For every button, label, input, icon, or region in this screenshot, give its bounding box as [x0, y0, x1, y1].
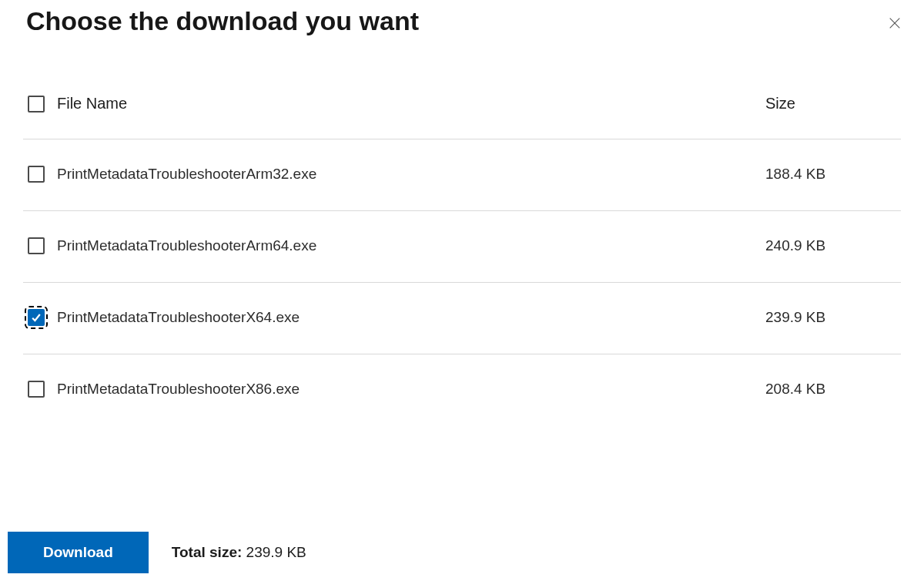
download-button[interactable]: Download [8, 532, 149, 573]
file-name: PrintMetadataTroubleshooterArm32.exe [57, 166, 765, 183]
select-all-checkbox[interactable] [28, 96, 45, 113]
close-icon [888, 16, 902, 30]
table-row: PrintMetadataTroubleshooterX64.exe239.9 … [23, 283, 901, 354]
file-checkbox[interactable] [28, 237, 45, 254]
file-name: PrintMetadataTroubleshooterArm64.exe [57, 237, 765, 254]
download-table: File Name Size PrintMetadataTroubleshoot… [23, 84, 901, 425]
file-checkbox[interactable] [28, 309, 45, 326]
close-button[interactable] [886, 14, 904, 32]
table-row: PrintMetadataTroubleshooterX86.exe208.4 … [23, 354, 901, 425]
column-header-filename: File Name [57, 95, 765, 113]
check-icon [30, 311, 42, 324]
file-name: PrintMetadataTroubleshooterX86.exe [57, 381, 765, 398]
total-size-label: Total size: [172, 544, 243, 560]
file-size: 188.4 KB [765, 166, 896, 183]
file-size: 208.4 KB [765, 381, 896, 398]
dialog-footer: Download Total size: 239.9 KB [8, 532, 306, 573]
file-name: PrintMetadataTroubleshooterX64.exe [57, 309, 765, 326]
file-size: 239.9 KB [765, 309, 896, 326]
file-checkbox[interactable] [28, 166, 45, 183]
table-header-row: File Name Size [23, 84, 901, 139]
dialog-title: Choose the download you want [26, 0, 901, 42]
column-header-size: Size [765, 95, 896, 113]
file-size: 240.9 KB [765, 237, 896, 254]
total-size-value: 239.9 KB [246, 544, 306, 560]
file-checkbox[interactable] [28, 381, 45, 398]
table-row: PrintMetadataTroubleshooterArm64.exe240.… [23, 211, 901, 283]
total-size-text: Total size: 239.9 KB [172, 544, 306, 561]
table-row: PrintMetadataTroubleshooterArm32.exe188.… [23, 139, 901, 211]
